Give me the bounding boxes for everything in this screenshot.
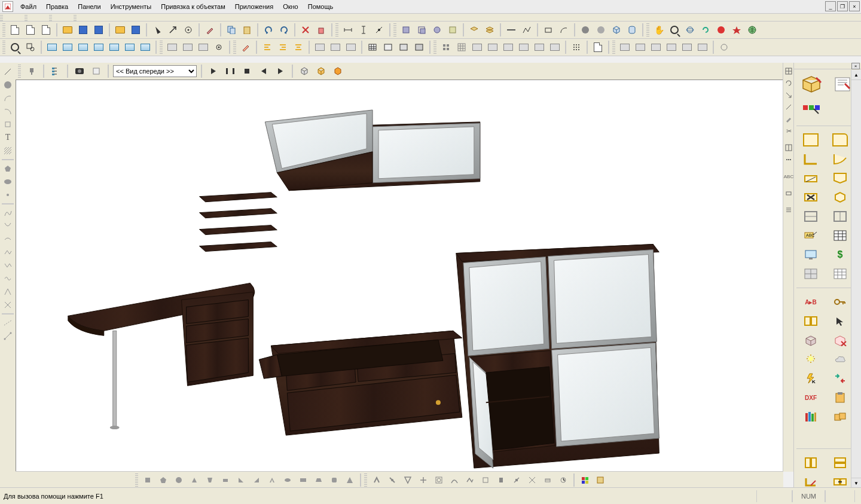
bt-9[interactable]	[265, 473, 279, 487]
layout3-button[interactable]	[196, 40, 210, 54]
grid5-button[interactable]	[501, 40, 515, 54]
view-select[interactable]: << Вид спереди >>	[113, 65, 197, 77]
rs-pencil-button[interactable]	[783, 113, 794, 125]
draw-square-button[interactable]	[1, 118, 15, 131]
bt-color-button[interactable]	[578, 473, 592, 487]
rp-label-button[interactable]: ABC	[801, 228, 820, 243]
grid1-button[interactable]	[439, 40, 453, 54]
rp-clipboard-button[interactable]	[831, 390, 850, 405]
rect-button[interactable]	[541, 23, 555, 37]
camera-button[interactable]	[72, 64, 87, 78]
rp-panel8-button[interactable]	[801, 209, 820, 224]
layout1-button[interactable]	[165, 40, 179, 54]
viewport-3d[interactable]	[16, 80, 783, 472]
rs-rect-button[interactable]	[783, 187, 794, 199]
rs-list-button[interactable]	[783, 204, 794, 216]
rp-split-button[interactable]	[801, 313, 820, 329]
rp-money-button[interactable]: $	[831, 247, 850, 262]
snap1-button[interactable]	[166, 23, 180, 37]
redo-button[interactable]	[277, 23, 291, 37]
menu-window[interactable]: Окно	[278, 1, 303, 12]
menu-apps[interactable]: Приложения	[230, 1, 278, 12]
menu-file[interactable]: Файл	[16, 1, 41, 12]
select-button[interactable]	[150, 23, 164, 37]
panel6-button[interactable]	[695, 40, 710, 54]
rp-panel1-button[interactable]	[801, 132, 820, 148]
area3-button[interactable]	[430, 23, 444, 37]
bt-1[interactable]	[141, 473, 155, 487]
globe-button[interactable]	[745, 23, 759, 37]
view3-button[interactable]	[76, 40, 90, 54]
bt2-7[interactable]	[463, 473, 477, 487]
draw-pencil-button[interactable]	[239, 40, 253, 54]
bt-11[interactable]	[296, 473, 310, 487]
bt2-11[interactable]	[525, 473, 539, 487]
spline5-button[interactable]	[1, 259, 15, 272]
bt2-6[interactable]	[447, 473, 462, 487]
rp-books-button[interactable]	[801, 409, 820, 424]
isocube1-button[interactable]	[297, 64, 312, 78]
undo-button[interactable]	[261, 23, 276, 37]
table3-button[interactable]	[396, 40, 411, 54]
bt2-12[interactable]	[541, 473, 555, 487]
bt-10[interactable]	[280, 473, 295, 487]
new-doc-button[interactable]	[8, 23, 22, 37]
bt-2[interactable]	[156, 473, 170, 487]
layer1-button[interactable]	[467, 23, 481, 37]
save2-button[interactable]	[129, 23, 143, 37]
new-doc3-button[interactable]	[39, 23, 53, 37]
spline6-button[interactable]	[1, 272, 15, 285]
rp-atob-button[interactable]: A▸B	[801, 294, 820, 310]
bt2-8[interactable]	[478, 473, 493, 487]
pencil-button[interactable]	[203, 23, 217, 37]
saveas-button[interactable]	[91, 23, 106, 37]
rs-grid-button[interactable]	[783, 65, 794, 77]
zoom-button[interactable]	[667, 23, 682, 37]
zoom2-button[interactable]	[8, 40, 22, 54]
hint-button[interactable]	[729, 23, 744, 37]
text-tool-button[interactable]: T	[1, 131, 15, 144]
area1-button[interactable]	[399, 23, 413, 37]
rp-grid2-button[interactable]	[831, 266, 850, 282]
draw-line-button[interactable]	[1, 65, 15, 78]
arc-button[interactable]	[557, 23, 571, 37]
grid4-button[interactable]	[486, 40, 500, 54]
sphere2-button[interactable]	[594, 23, 608, 37]
rs-marks-button[interactable]	[783, 154, 794, 166]
del2-button[interactable]	[314, 23, 328, 37]
view1-button[interactable]	[45, 40, 59, 54]
rp-3dbox-x-button[interactable]	[831, 332, 850, 348]
rs-scissors-button[interactable]: ✂	[783, 125, 794, 137]
folder2-button[interactable]	[113, 23, 127, 37]
dist1-button[interactable]	[313, 40, 327, 54]
rs-split-button[interactable]	[783, 142, 794, 154]
rp-panel7-button[interactable]	[831, 190, 850, 205]
right-panel-scrollbar[interactable]: ▲ ▼	[851, 70, 861, 488]
open-button[interactable]	[60, 23, 75, 37]
copy-button[interactable]	[224, 23, 239, 37]
prev-button[interactable]	[257, 64, 271, 78]
align2-button[interactable]	[276, 40, 290, 54]
bt2-3[interactable]	[401, 473, 415, 487]
panel-draw-button[interactable]	[798, 73, 825, 96]
rp-tools-button[interactable]	[801, 190, 820, 205]
stop-red-button[interactable]	[714, 23, 728, 37]
save-button[interactable]	[76, 23, 90, 37]
bt-3[interactable]	[172, 473, 186, 487]
isocube3-button[interactable]	[331, 64, 345, 78]
hatch-button[interactable]	[1, 144, 15, 157]
sphere-button[interactable]	[578, 23, 593, 37]
grid7-button[interactable]	[532, 40, 546, 54]
table4-button[interactable]	[412, 40, 426, 54]
view2-button[interactable]	[60, 40, 75, 54]
rp-panel9-button[interactable]	[831, 209, 850, 224]
poly-button[interactable]	[1, 162, 15, 175]
bt2-5[interactable]	[432, 473, 446, 487]
bt-14[interactable]	[343, 473, 357, 487]
panel-colors-button[interactable]	[798, 98, 825, 121]
rp-inout-button[interactable]	[831, 371, 850, 386]
area4-button[interactable]	[445, 23, 460, 37]
maximize-button[interactable]: ❐	[837, 1, 848, 11]
panel1-button[interactable]	[618, 40, 632, 54]
dim2-button[interactable]	[356, 23, 371, 37]
